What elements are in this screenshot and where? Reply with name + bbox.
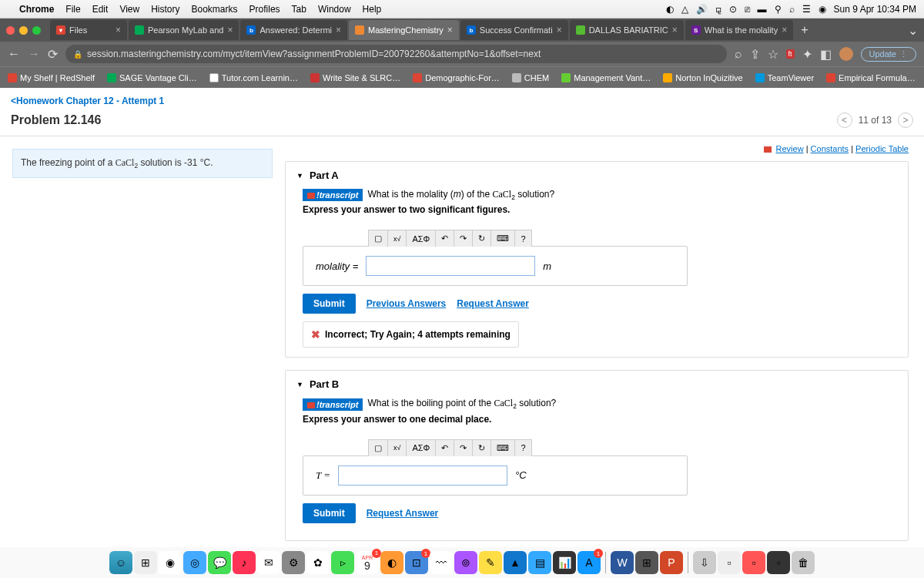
facetime-icon[interactable]: ▹	[331, 551, 354, 574]
siri-icon[interactable]: ◉	[819, 4, 826, 15]
menu-profiles[interactable]: Profiles	[249, 4, 280, 15]
messages-icon[interactable]: 💬	[208, 551, 231, 574]
next-problem-button[interactable]: >	[898, 113, 913, 128]
bookmark-sage[interactable]: SAGE Vantage Cli…	[107, 73, 197, 82]
close-icon[interactable]: ×	[557, 25, 562, 35]
menu-tab[interactable]: Tab	[292, 4, 306, 15]
part-b-header[interactable]: ▼ Part B	[286, 371, 908, 398]
bookmark-chem[interactable]: CHEM	[512, 73, 549, 82]
menu-file[interactable]: File	[65, 4, 80, 15]
play-icon[interactable]: ⊙	[729, 4, 737, 15]
profile-avatar[interactable]	[839, 47, 853, 61]
tab-files[interactable]: ▾Files×	[50, 20, 127, 40]
help-icon[interactable]: ?	[515, 440, 531, 456]
launchpad-icon[interactable]: ⊞	[134, 551, 157, 574]
bookmark-norton[interactable]: Norton InQuizitive	[663, 73, 742, 82]
periodic-table-link[interactable]: Periodic Table	[855, 144, 909, 153]
recent-app-icon[interactable]: ▫	[718, 551, 741, 574]
undo-icon[interactable]: ↶	[436, 230, 454, 247]
bookmark-management[interactable]: Management Vant…	[561, 73, 651, 82]
bookmark-empirical[interactable]: Empirical Formula…	[826, 73, 916, 82]
fraction-icon[interactable]: x√	[388, 230, 407, 247]
bookmark-redshelf[interactable]: My Shelf | RedShelf	[8, 73, 95, 82]
previous-answers-link[interactable]: Previous Answers	[367, 298, 447, 309]
prev-problem-button[interactable]: <	[837, 113, 852, 128]
bookmark-star-icon[interactable]: ☆	[768, 47, 778, 62]
app-icon[interactable]: ▲	[504, 551, 527, 574]
reset-icon[interactable]: ↻	[473, 440, 491, 456]
forward-button[interactable]: →	[28, 47, 40, 61]
control-center-icon[interactable]: ☰	[802, 4, 811, 15]
bookmark-writesite[interactable]: Write Site & SLRC…	[310, 73, 400, 82]
photos-icon[interactable]: ✿	[306, 551, 330, 574]
window-controls[interactable]	[6, 26, 41, 35]
new-tab-button[interactable]: +	[795, 23, 814, 37]
redo-icon[interactable]: ↷	[454, 440, 473, 456]
app-icon[interactable]: ◐	[380, 551, 403, 574]
tab-success[interactable]: bSuccess Confirmati×	[460, 20, 568, 40]
safari-icon[interactable]: ◎	[183, 551, 206, 574]
search-icon[interactable]: ⌕	[789, 4, 795, 15]
mail-icon[interactable]: ✉	[257, 551, 280, 574]
bookmark-teamviewer[interactable]: TeamViewer	[755, 73, 814, 82]
menu-bookmarks[interactable]: Bookmarks	[192, 4, 238, 15]
temperature-input[interactable]	[338, 465, 507, 486]
keyboard-icon[interactable]: ⌨	[491, 230, 515, 247]
help-icon[interactable]: ?	[515, 230, 531, 247]
wifi-icon[interactable]: ⚲	[775, 4, 782, 15]
submit-button-b[interactable]: Submit	[303, 503, 356, 523]
bluetooth-icon[interactable]: ⚼	[715, 4, 721, 15]
constants-link[interactable]: Constants	[811, 144, 849, 153]
app-icon[interactable]: ⊞	[635, 551, 658, 574]
fraction-icon[interactable]: x√	[388, 440, 407, 456]
keyboard-icon[interactable]: ⌨	[491, 440, 515, 456]
notes-icon[interactable]: ✎	[479, 551, 502, 574]
reload-button[interactable]: ⟳	[48, 47, 58, 62]
finder-icon[interactable]: ☺	[109, 551, 132, 574]
word-icon[interactable]: W	[611, 551, 634, 574]
trash-icon[interactable]: 🗑	[792, 551, 815, 574]
menu-view[interactable]: View	[119, 4, 139, 15]
address-bar[interactable]: 🔒 session.masteringchemistry.com/myct/it…	[65, 45, 727, 63]
reader-icon[interactable]: ◧	[820, 47, 832, 62]
triangle-icon[interactable]: △	[681, 4, 688, 15]
bookmark-tutor[interactable]: Tutor.com Learnin…	[209, 73, 298, 82]
transcript-tag[interactable]: !transcript	[303, 189, 363, 201]
clock[interactable]: Sun 9 Apr 10:34 PM	[834, 4, 916, 15]
equation-toolbar[interactable]: ▢ x√ ΑΣΦ ↶ ↷ ↻ ⌨ ?	[368, 230, 532, 247]
extension-icon[interactable]: ft	[786, 49, 795, 59]
tab-pearson[interactable]: Pearson MyLab and×	[129, 20, 239, 40]
greek-icon[interactable]: ΑΣΦ	[407, 230, 436, 247]
music-icon[interactable]: ♪	[233, 551, 256, 574]
chrome-icon[interactable]: ◉	[159, 551, 182, 574]
podcasts-icon[interactable]: ⊚	[454, 551, 477, 574]
part-a-header[interactable]: ▼ Part A	[286, 162, 908, 189]
close-icon[interactable]: ×	[116, 25, 121, 35]
status-icon[interactable]: ◐	[666, 4, 674, 15]
search-in-page-icon[interactable]: ⌕	[735, 47, 742, 61]
recent-app-icon[interactable]: ▫	[767, 551, 790, 574]
tab-answered[interactable]: bAnswered: Determi×	[240, 20, 347, 40]
tab-dallas[interactable]: DALLAS BARIATRIC×	[570, 20, 684, 40]
greek-icon[interactable]: ΑΣΦ	[407, 440, 436, 456]
close-icon[interactable]: ×	[336, 25, 341, 35]
review-link[interactable]: Review	[776, 144, 804, 153]
share-icon[interactable]: ⇪	[750, 47, 760, 62]
battery-icon[interactable]: ▬	[758, 4, 767, 15]
tab-mastering-chemistry[interactable]: MasteringChemistry×	[349, 20, 459, 40]
close-icon[interactable]: ×	[227, 25, 233, 35]
close-icon[interactable]: ×	[782, 25, 787, 35]
tab-dropdown-icon[interactable]: ⌄	[908, 23, 918, 38]
redo-icon[interactable]: ↷	[454, 230, 473, 247]
extensions-icon[interactable]: ✦	[802, 47, 812, 62]
request-answer-link-a[interactable]: Request Answer	[457, 298, 529, 309]
update-button[interactable]: Update⋮	[861, 47, 916, 62]
close-icon[interactable]: ×	[447, 25, 453, 35]
back-button[interactable]: ←	[8, 47, 20, 61]
display-icon[interactable]: ⎚	[745, 4, 750, 15]
freeform-icon[interactable]: 〰	[430, 551, 453, 574]
template-icon[interactable]: ▢	[369, 230, 388, 247]
menu-edit[interactable]: Edit	[92, 4, 109, 15]
calendar-icon[interactable]: APR91	[356, 551, 379, 574]
stocks-icon[interactable]: 📊	[553, 551, 576, 574]
